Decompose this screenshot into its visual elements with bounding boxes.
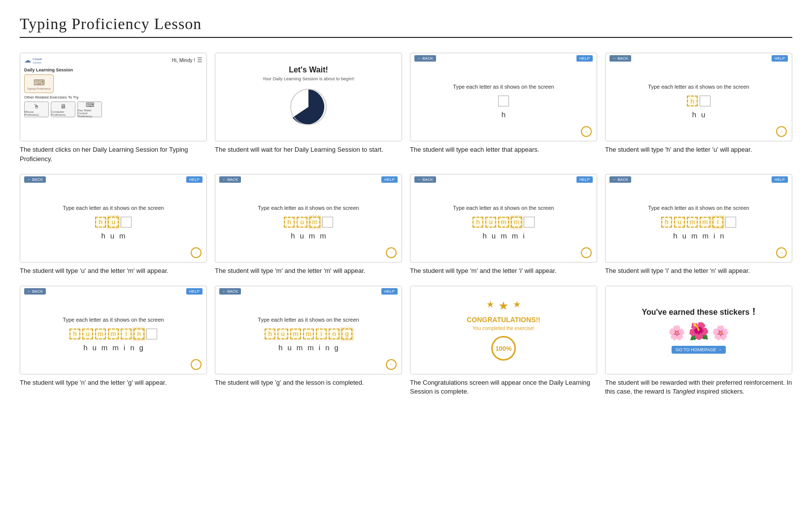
letter: n bbox=[720, 232, 724, 240]
typing-card[interactable]: ⌨ Typing Proficiency bbox=[24, 74, 54, 93]
other-related-label: Other Related Exercises To Try bbox=[24, 95, 203, 100]
screenshot-type-humming-n: ← BACK HELP Type each letter as it shows… bbox=[20, 286, 207, 374]
progress-circle: 100% bbox=[491, 336, 516, 361]
caption-2: The student will wait for her Daily Lear… bbox=[215, 145, 402, 155]
screenshot-dashboard: ☁ Cloud Autism Hi, Mindy ! ☰ Daily Learn… bbox=[20, 53, 207, 141]
computer-card[interactable]: 🖥 Computer Proficiency bbox=[51, 101, 75, 117]
next-circle-5[interactable]: ○ bbox=[191, 247, 202, 258]
letter-box bbox=[121, 217, 132, 228]
screenshot-type-hummin: ← BACK HELP Type each letter as it shows… bbox=[605, 174, 792, 263]
back-button-5[interactable]: ← BACK bbox=[24, 176, 46, 183]
back-button-9[interactable]: ← BACK bbox=[24, 288, 46, 295]
stars-row: ★ ★ ★ bbox=[486, 299, 521, 313]
caption-11: The Congratulations screen will appear o… bbox=[410, 378, 597, 397]
letter: m bbox=[703, 232, 709, 240]
keyboard-icon: ⌨ bbox=[34, 78, 45, 87]
letter-boxes-7: h u m m bbox=[473, 217, 535, 228]
next-circle-6[interactable]: ○ bbox=[386, 247, 397, 258]
next-circle-3[interactable]: ○ bbox=[581, 126, 592, 137]
letter: m bbox=[501, 232, 507, 240]
letter-box: h bbox=[95, 217, 106, 228]
letter-box: i bbox=[712, 217, 723, 228]
letter-box: m bbox=[498, 217, 509, 228]
sticker-1: 🌸 bbox=[668, 325, 685, 341]
help-button-4[interactable]: HELP bbox=[772, 55, 788, 62]
mouse-card[interactable]: 🖱 Mouse Proficiency bbox=[24, 101, 49, 117]
instruction-8: Type each letter as it shows on the scre… bbox=[648, 205, 749, 211]
screenshot-type-humming-g: ← BACK HELP Type each letter as it shows… bbox=[215, 286, 402, 374]
letter: h bbox=[692, 110, 696, 119]
screenshot-type-h: ← BACK HELP Type each letter as it shows… bbox=[410, 53, 597, 141]
letter: i bbox=[319, 343, 320, 352]
lesson-grid: ☁ Cloud Autism Hi, Mindy ! ☰ Daily Learn… bbox=[20, 53, 792, 397]
letter-row-3: h bbox=[502, 110, 506, 119]
letter: m bbox=[691, 232, 698, 240]
letter-box bbox=[725, 217, 736, 228]
next-circle-10[interactable]: ○ bbox=[386, 359, 397, 370]
help-button-8[interactable]: HELP bbox=[772, 176, 788, 183]
letter-box: h bbox=[265, 329, 275, 339]
instruction-6: Type each letter as it shows on the scre… bbox=[258, 205, 359, 211]
back-button-10[interactable]: ← BACK bbox=[219, 288, 241, 295]
star-icon: ★ bbox=[498, 299, 509, 313]
back-button-6[interactable]: ← BACK bbox=[219, 176, 241, 183]
instruction-9: Type each letter as it shows on the scre… bbox=[63, 317, 164, 323]
letter-box: u bbox=[674, 217, 685, 228]
letter: m bbox=[102, 343, 108, 352]
letter-box: m bbox=[108, 329, 119, 339]
help-button-3[interactable]: HELP bbox=[576, 55, 593, 62]
sticker-images: 🌸 🌺 🌸 bbox=[668, 321, 729, 341]
letter: u bbox=[492, 232, 496, 240]
instruction-5: Type each letter as it shows on the scre… bbox=[63, 205, 164, 211]
help-button-10[interactable]: HELP bbox=[381, 288, 398, 295]
cell-type-humming-n: ← BACK HELP Type each letter as it shows… bbox=[20, 286, 207, 397]
menu-icon[interactable]: ☰ bbox=[197, 57, 203, 64]
help-button-9[interactable]: HELP bbox=[186, 288, 203, 295]
cell-type-hu: ← BACK HELP Type each letter as it shows… bbox=[605, 53, 792, 164]
back-button-3[interactable]: ← BACK bbox=[414, 55, 436, 62]
letter-row-9: h u m m i n g bbox=[83, 343, 143, 352]
letter: h bbox=[83, 343, 87, 352]
cell-dashboard: ☁ Cloud Autism Hi, Mindy ! ☰ Daily Learn… bbox=[20, 53, 207, 164]
back-button-7[interactable]: ← BACK bbox=[414, 176, 436, 183]
letter-box: u bbox=[108, 217, 119, 228]
instruction-7: Type each letter as it shows on the scre… bbox=[453, 205, 554, 211]
letter: h bbox=[291, 232, 295, 240]
letter: u bbox=[92, 343, 96, 352]
mouse-label: Mouse Proficiency bbox=[25, 110, 48, 116]
letter: g bbox=[335, 343, 338, 352]
computer-icon: 🖥 bbox=[60, 103, 66, 110]
page-title: Typing Proficiency Lesson bbox=[20, 15, 792, 38]
help-button-5[interactable]: HELP bbox=[186, 176, 203, 183]
caption-6: The student will type 'm' and the letter… bbox=[215, 266, 402, 276]
caption-12: The student will be rewarded with their … bbox=[605, 378, 792, 397]
next-circle-7[interactable]: ○ bbox=[581, 247, 592, 258]
help-button-7[interactable]: HELP bbox=[576, 176, 593, 183]
back-button-8[interactable]: ← BACK bbox=[609, 176, 631, 183]
next-circle-4[interactable]: ○ bbox=[776, 126, 787, 137]
letter-boxes-6: h u m bbox=[284, 217, 333, 228]
letter-row-10: h u m m i n g bbox=[278, 343, 338, 352]
letter-box: m bbox=[290, 329, 301, 339]
caption-3: The student will type each letter that a… bbox=[410, 145, 597, 155]
letter: u bbox=[682, 232, 686, 240]
screenshot-type-hum: ← BACK HELP Type each letter as it shows… bbox=[20, 174, 207, 263]
letter: i bbox=[124, 343, 125, 352]
next-circle-8[interactable]: ○ bbox=[776, 247, 787, 258]
continue-button[interactable]: GO TO HOMEPAGE → bbox=[672, 346, 726, 354]
letter-box bbox=[700, 96, 710, 106]
keyboard-card[interactable]: ⌨ Key Water Control Proficiency bbox=[77, 101, 102, 117]
letter: h bbox=[278, 343, 282, 352]
instruction-4: Type each letter as it shows on the scre… bbox=[648, 84, 749, 90]
letter: h bbox=[673, 232, 677, 240]
letter-boxes-4: h bbox=[687, 96, 710, 106]
letter-boxes-3 bbox=[498, 96, 509, 106]
letter-box: n bbox=[134, 329, 144, 339]
caption-1: The student clicks on her Daily Learning… bbox=[20, 145, 207, 164]
next-circle-9[interactable]: ○ bbox=[191, 359, 202, 370]
letter-row-7: h u m m i bbox=[482, 232, 524, 240]
help-button-6[interactable]: HELP bbox=[381, 176, 398, 183]
back-button-4[interactable]: ← BACK bbox=[609, 55, 631, 62]
hi-text: Hi, Mindy ! bbox=[172, 58, 195, 63]
letter: m bbox=[309, 232, 315, 240]
